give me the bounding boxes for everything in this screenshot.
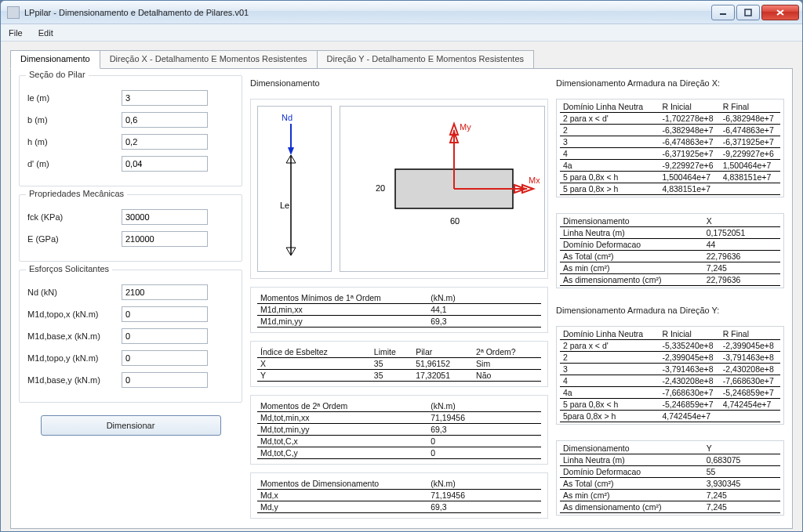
input-M1by[interactable] (122, 372, 208, 388)
svg-marker-5 (288, 147, 294, 155)
tabstrip: Dimensionamento Direção X - Detalhamento… (10, 49, 793, 68)
armx-dimh: Dimensionamento (560, 215, 703, 227)
armx-h1: Domínio Linha Neutra (560, 101, 659, 113)
close-icon (776, 9, 785, 16)
menu-file[interactable]: File (5, 27, 26, 39)
tab-direcao-x[interactable]: Direção X - Detalhamento E Momentos Resi… (100, 50, 318, 69)
esb-yk: Y (257, 370, 371, 382)
table-row: 5para 0,8x > h4,742454e+7 (560, 411, 780, 422)
table-cell: 2 para x < d' (560, 340, 659, 352)
mm1-title: Momentos Mínimos de 1ª Ordem (257, 292, 427, 304)
table-row: 2 para x < d'-5,335240e+8-2,399045e+8 (560, 340, 780, 352)
legend-dimensionamento: Dimensionamento (250, 78, 548, 88)
armx-adv: 22,79636 (703, 274, 780, 286)
army-lnk: Linha Neutra (m) (560, 454, 703, 466)
m2-unit: (kN.m) (427, 400, 541, 412)
army-adk: As dimensionamento (cm²) (560, 501, 703, 513)
army-atv: 3,930345 (703, 478, 780, 490)
army-ddv: 55 (703, 466, 780, 478)
table-cell (720, 183, 780, 195)
input-d[interactable] (122, 156, 208, 172)
input-Nd[interactable] (122, 284, 208, 300)
table-cell: 4,838151e+7 (720, 172, 780, 183)
le-text: Le (280, 201, 289, 210)
table-row: 2-6,382948e+7-6,474863e+7 (560, 125, 780, 136)
momentos-dimensionamento: Momentos de Dimensionamento(kN.m) Md,x71… (250, 472, 548, 519)
table-cell: -1,702278e+8 (659, 113, 719, 125)
table-cell: -2,399045e+8 (720, 340, 780, 352)
army-atk: As Total (cm²) (560, 478, 703, 490)
army-adv: 7,245 (703, 501, 780, 513)
table-cell: 4 (560, 375, 659, 387)
legend-esforcos: Esforços Solicitantes (26, 264, 112, 273)
maximize-button[interactable] (736, 5, 760, 20)
table-cell: 5para 0,8x > h (560, 411, 659, 422)
table-cell: 1,500464e+7 (720, 160, 780, 172)
mx-text: Mx (529, 176, 540, 185)
esb-xl: 35 (371, 358, 412, 370)
nd-diagram: Nd Le (257, 106, 332, 272)
table-cell: -7,668630e+7 (720, 375, 780, 387)
armx-dim: DimensionamentoX Linha Neutra (m)0,17520… (556, 213, 784, 288)
minimize-button[interactable] (711, 5, 735, 20)
input-E[interactable] (122, 231, 208, 247)
input-M1tx[interactable] (122, 306, 208, 322)
close-button[interactable] (761, 5, 799, 20)
tab-dimensionamento[interactable]: Dimensionamento (10, 50, 100, 69)
table-cell: 2 (560, 125, 659, 136)
table-cell: 1,500464e+7 (659, 172, 719, 183)
input-fck[interactable] (122, 209, 208, 225)
menu-edit[interactable]: Edit (35, 27, 56, 39)
mm1-r1v: 44,1 (427, 304, 541, 316)
mdim-r2k: Md,y (257, 501, 427, 513)
input-b[interactable] (122, 112, 208, 128)
army-amk: As min (cm²) (560, 490, 703, 501)
esb-title: Índice de Esbeltez (257, 346, 371, 358)
svg-rect-1 (745, 9, 751, 16)
momentos-1a-ordem: Momentos Mínimos de 1ª Ordem(kN.m) M1d,m… (250, 287, 548, 333)
table-cell: -6,371925e+7 (720, 136, 780, 148)
menubar: File Edit (1, 24, 802, 42)
input-le[interactable] (122, 90, 208, 106)
armx-amk: As min (cm²) (560, 262, 703, 274)
legend-prop: Propriedades Mecânicas (26, 189, 127, 198)
table-cell: -7,668630e+7 (659, 387, 719, 399)
table-cell: -6,474863e+7 (720, 125, 780, 136)
table-cell: 3 (560, 364, 659, 375)
table-cell: -2,430208e+8 (659, 375, 719, 387)
table-row: 4a-9,229927e+61,500464e+7 (560, 160, 780, 172)
label-M1tx: M1d,topo,x (kN.m) (27, 309, 122, 319)
table-cell: -6,382948e+7 (659, 125, 719, 136)
table-cell: -6,474863e+7 (659, 136, 719, 148)
minimize-icon (719, 9, 727, 16)
table-row: 5 para 0,8x > h4,838151e+7 (560, 183, 780, 195)
armx-dimx: X (703, 215, 780, 227)
drawings-panel: Nd Le (250, 99, 548, 279)
mdim-r2v: 69,3 (427, 501, 541, 513)
dimensionar-button[interactable]: Dimensionar (41, 415, 221, 436)
input-M1bx[interactable] (122, 328, 208, 344)
esb-c2: Pilar (412, 346, 473, 358)
m2-r1v: 71,19456 (427, 412, 541, 424)
table-cell: 5 para 0,8x < h (560, 172, 659, 183)
esb-xk: X (257, 358, 371, 370)
table-cell: 4,742454e+7 (720, 399, 780, 411)
tab-direcao-y[interactable]: Direção Y - Detalhamento E Momentos Resi… (317, 50, 535, 69)
input-h[interactable] (122, 134, 208, 150)
esb-xo: Sim (473, 358, 541, 370)
label-M1ty: M1d,topo,y (kN.m) (27, 353, 122, 363)
label-M1bx: M1d,base,x (kN.m) (27, 331, 122, 341)
esb-xp: 51,96152 (412, 358, 473, 370)
table-cell: -9,229927e+6 (659, 160, 719, 172)
armx-lnv: 0,1752051 (703, 227, 780, 239)
esb-c3: 2ª Ordem? (473, 346, 541, 358)
left-column: Seção do Pilar le (m) b (m) h (m) d' (19, 75, 242, 522)
group-secao: Seção do Pilar le (m) b (m) h (m) d' (19, 75, 242, 186)
mdim-unit: (kN.m) (427, 478, 541, 490)
mdim-r1k: Md,x (257, 490, 427, 501)
input-M1ty[interactable] (122, 350, 208, 366)
label-b: b (m) (27, 115, 122, 125)
group-prop: Propriedades Mecânicas fck (KPa) E (GPa) (19, 194, 242, 262)
table-cell: -5,335240e+8 (659, 340, 719, 352)
mdim-title: Momentos de Dimensionamento (257, 478, 427, 490)
